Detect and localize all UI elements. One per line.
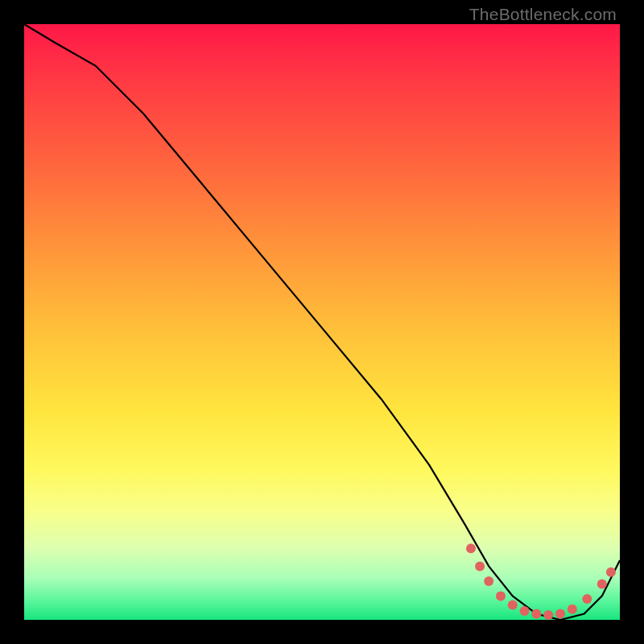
watermark-text: TheBottleneck.com xyxy=(469,5,617,24)
curve-marker xyxy=(466,543,476,553)
bottleneck-curve xyxy=(24,24,620,620)
curve-marker xyxy=(582,594,592,604)
curve-marker xyxy=(597,580,607,589)
curve-marker xyxy=(484,576,493,586)
plot-area xyxy=(24,24,620,620)
curve-marker xyxy=(568,605,577,614)
curve-markers xyxy=(466,543,616,620)
curve-layer xyxy=(24,24,620,620)
curve-marker xyxy=(555,609,565,619)
curve-marker xyxy=(475,561,485,571)
curve-marker xyxy=(508,601,518,610)
curve-marker xyxy=(606,568,616,577)
curve-marker xyxy=(543,610,553,620)
curve-marker xyxy=(531,609,541,619)
curve-marker xyxy=(520,606,530,616)
chart-frame: TheBottleneck.com xyxy=(0,0,644,644)
curve-marker xyxy=(496,591,506,601)
